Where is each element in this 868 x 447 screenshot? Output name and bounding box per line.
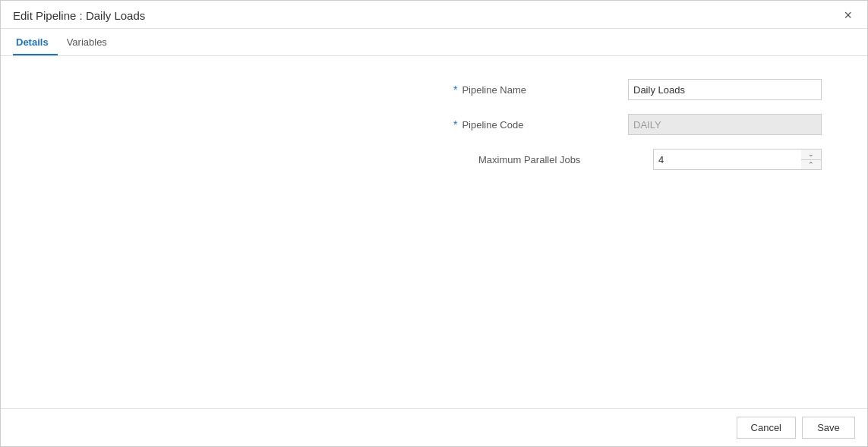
spinner-up-button[interactable]: ⌃ bbox=[801, 160, 821, 170]
max-parallel-jobs-label: Maximum Parallel Jobs bbox=[478, 154, 645, 165]
max-parallel-jobs-row: Maximum Parallel Jobs ⌄ ⌃ bbox=[1, 149, 822, 170]
required-star-code: * bbox=[453, 118, 457, 131]
max-parallel-jobs-spinner: ⌄ ⌃ bbox=[653, 149, 822, 170]
save-button[interactable]: Save bbox=[802, 417, 855, 439]
edit-pipeline-dialog: Edit Pipeline : Daily Loads × Details Va… bbox=[0, 0, 868, 447]
cancel-button[interactable]: Cancel bbox=[737, 417, 796, 439]
dialog-title: Edit Pipeline : Daily Loads bbox=[13, 9, 145, 22]
tab-details[interactable]: Details bbox=[13, 29, 58, 55]
required-star-name: * bbox=[453, 83, 457, 96]
close-button[interactable]: × bbox=[841, 8, 855, 22]
spinner-buttons: ⌄ ⌃ bbox=[801, 149, 822, 170]
form-section: * Pipeline Name * Pipeline Code Maximum … bbox=[1, 79, 867, 170]
pipeline-code-row: * Pipeline Code bbox=[1, 114, 822, 135]
max-parallel-jobs-input[interactable] bbox=[653, 149, 801, 170]
pipeline-code-label: * Pipeline Code bbox=[453, 118, 620, 131]
pipeline-name-label: * Pipeline Name bbox=[453, 83, 620, 96]
tab-variables[interactable]: Variables bbox=[64, 29, 116, 55]
pipeline-name-label-text: Pipeline Name bbox=[462, 84, 526, 96]
dialog-footer: Cancel Save bbox=[1, 408, 867, 446]
max-parallel-jobs-label-text: Maximum Parallel Jobs bbox=[478, 154, 580, 165]
pipeline-name-row: * Pipeline Name bbox=[1, 79, 822, 100]
pipeline-code-label-text: Pipeline Code bbox=[462, 119, 523, 131]
dialog-body: * Pipeline Name * Pipeline Code Maximum … bbox=[1, 56, 867, 408]
pipeline-name-input[interactable] bbox=[628, 79, 822, 100]
dialog-header: Edit Pipeline : Daily Loads × bbox=[1, 1, 867, 29]
tabs-container: Details Variables bbox=[1, 29, 867, 56]
pipeline-code-input bbox=[628, 114, 822, 135]
spinner-down-button[interactable]: ⌄ bbox=[801, 150, 821, 160]
